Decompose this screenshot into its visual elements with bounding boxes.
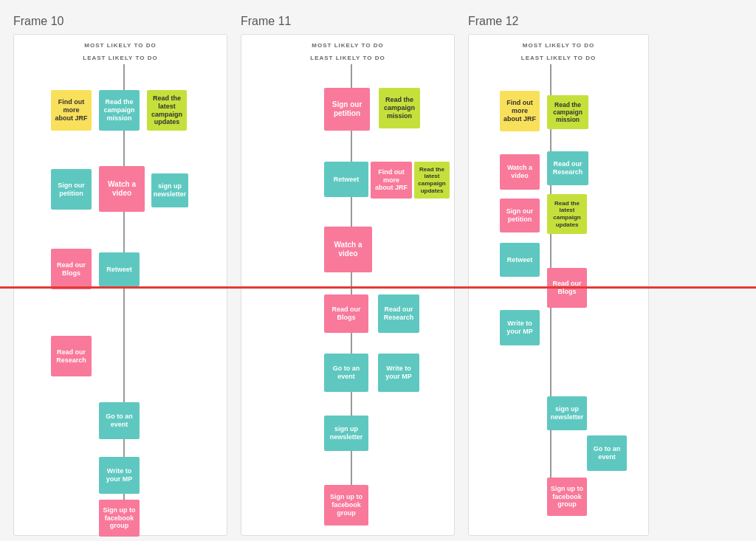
- sticky-campaign-mission-2: Read the campaign mission: [379, 88, 420, 128]
- frame-10-label-top: MOST LIKELY TO DO: [84, 42, 156, 49]
- sticky-read-blogs-1: Read our Blogs: [51, 249, 92, 289]
- sticky-retweet-1: Retweet: [99, 252, 140, 286]
- frame-10-section: Frame 10 MOST LIKELY TO DO Find out more…: [13, 15, 227, 536]
- frame-11-title: Frame 11: [241, 15, 455, 28]
- sticky-facebook-2: Sign up to facebook group: [324, 485, 368, 526]
- sticky-signup-newsletter-2: sign up newsletter: [324, 416, 368, 451]
- sticky-sign-petition-2: Sign our petition: [324, 88, 370, 131]
- frame-12-label-top: MOST LIKELY TO DO: [523, 42, 594, 49]
- sticky-read-research-3: Read our Research: [547, 151, 588, 185]
- sticky-facebook-1: Sign up to facebook group: [99, 500, 140, 537]
- sticky-find-jrf-1: Find out more about JRF: [51, 90, 92, 131]
- sticky-write-mp-3: Write to your MP: [500, 310, 540, 345]
- sticky-find-jrf-3: Find out more about JRF: [500, 91, 540, 131]
- sticky-watch-video-1: Watch a video: [99, 166, 145, 212]
- frame-10-timeline: [123, 64, 125, 513]
- sticky-find-jrf-2: Find out more about JRF: [371, 162, 412, 199]
- sticky-write-mp-2: Write to your MP: [378, 354, 419, 392]
- frame-label-bottom-0: LEAST LIKELY TO DO: [83, 55, 157, 61]
- frame-11-section: Frame 11 MOST LIKELY TO DO Sign our peti…: [241, 15, 455, 536]
- frame-12-title: Frame 12: [468, 15, 649, 28]
- sticky-campaign-mission-3: Read the campaign mission: [547, 95, 588, 129]
- sticky-go-event-3: Go to an event: [587, 435, 627, 471]
- sticky-signup-newsletter-3: sign up newsletter: [547, 396, 587, 430]
- sticky-watch-video-3: Watch a video: [500, 154, 540, 190]
- sticky-campaign-updates-1: Read the latest campaign updates: [147, 90, 187, 131]
- frame-10-box: MOST LIKELY TO DO Find out more about JR…: [13, 34, 227, 536]
- frame-12-section: Frame 12 MOST LIKELY TO DO Find out more…: [468, 15, 649, 536]
- sticky-signup-newsletter-1: sign up newsletter: [151, 173, 188, 207]
- sticky-sign-petition-1: Sign our petition: [51, 169, 92, 210]
- frame-12-box: MOST LIKELY TO DO Find out more about JR…: [468, 34, 649, 536]
- sticky-campaign-updates-2: Read the latest campaign updates: [414, 162, 450, 199]
- sticky-retweet-2: Retweet: [324, 162, 368, 197]
- page-container: Frame 10 MOST LIKELY TO DO Find out more…: [0, 0, 756, 541]
- sticky-write-mp-1: Write to your MP: [99, 457, 140, 494]
- frame-11-label-top: MOST LIKELY TO DO: [312, 42, 383, 49]
- frame-10-title: Frame 10: [13, 15, 227, 28]
- sticky-campaign-mission-1: Read the campaign mission: [99, 90, 140, 131]
- frame-label-bottom-1: LEAST LIKELY TO DO: [310, 55, 385, 61]
- sticky-read-research-2: Read our Research: [378, 294, 419, 333]
- sticky-read-blogs-2: Read our Blogs: [324, 294, 368, 333]
- red-line: [0, 286, 756, 289]
- sticky-watch-video-2: Watch a video: [324, 227, 372, 272]
- frame-11-box: MOST LIKELY TO DO Sign our petition Read…: [241, 34, 455, 536]
- sticky-facebook-3: Sign up to facebook group: [547, 478, 587, 516]
- sticky-retweet-3: Retweet: [500, 243, 540, 277]
- sticky-go-event-1: Go to an event: [99, 402, 140, 439]
- frame-label-bottom-2: LEAST LIKELY TO DO: [521, 55, 596, 61]
- sticky-campaign-updates-3: Read the latest campaign updates: [547, 194, 587, 234]
- sticky-sign-petition-3: Sign our petition: [500, 199, 540, 232]
- sticky-read-research-1: Read our Research: [51, 336, 92, 376]
- sticky-go-event-2: Go to an event: [324, 354, 368, 392]
